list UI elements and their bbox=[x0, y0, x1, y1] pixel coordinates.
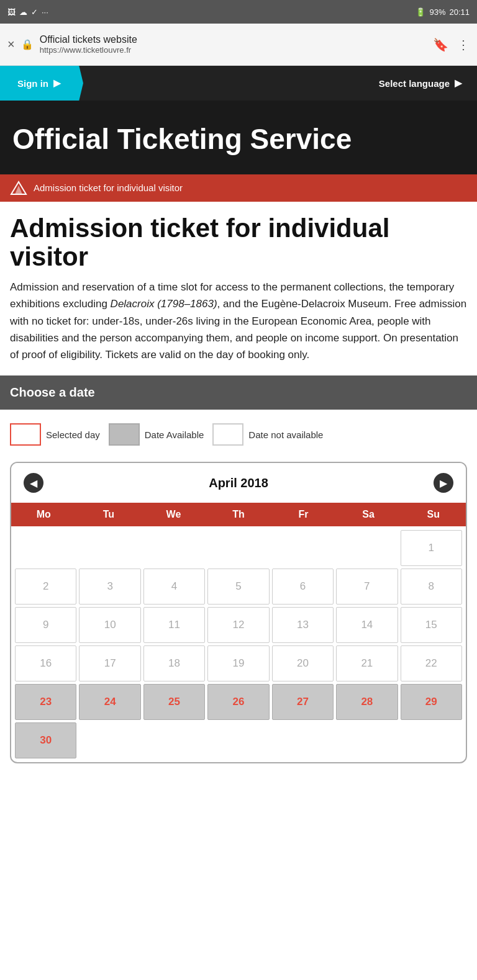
calendar-empty-cell bbox=[79, 530, 140, 566]
browser-close-button[interactable]: × bbox=[7, 37, 15, 52]
status-left-icons: 🖼 ☁ ✓ ··· bbox=[7, 7, 48, 17]
day-header-we: We bbox=[141, 503, 206, 526]
breadcrumb-bar: Admission ticket for individual visitor bbox=[0, 174, 477, 202]
calendar-empty-cell bbox=[79, 722, 140, 758]
legend-unavailable-box bbox=[212, 423, 243, 446]
select-language-button[interactable]: Select language ▶ bbox=[369, 66, 477, 101]
pyramid-icon bbox=[10, 181, 27, 196]
legend: Selected day Date Available Date not ava… bbox=[0, 410, 477, 452]
legend-available: Date Available bbox=[109, 423, 204, 446]
calendar-header: ◀ April 2018 ▶ bbox=[11, 463, 466, 503]
calendar-day-16[interactable]: 16 bbox=[15, 645, 76, 681]
calendar-day-23[interactable]: 23 bbox=[15, 684, 76, 720]
calendar-day-27[interactable]: 27 bbox=[272, 684, 334, 720]
calendar-empty-cell bbox=[207, 530, 269, 566]
calendar-day-24[interactable]: 24 bbox=[79, 684, 140, 720]
sign-in-button[interactable]: Sign in ▶ bbox=[0, 66, 83, 101]
calendar-prev-button[interactable]: ◀ bbox=[24, 473, 43, 493]
calendar-day-29[interactable]: 29 bbox=[401, 684, 462, 720]
check-icon: ✓ bbox=[31, 7, 38, 17]
breadcrumb-text: Admission ticket for individual visitor bbox=[34, 182, 183, 193]
lock-icon: 🔒 bbox=[21, 38, 34, 50]
legend-unavailable-label: Date not available bbox=[248, 429, 323, 440]
hero-title: Official Ticketing Service bbox=[12, 123, 465, 156]
calendar-days-header: Mo Tu We Th Fr Sa Su bbox=[11, 503, 466, 526]
calendar-day-7[interactable]: 7 bbox=[336, 569, 398, 605]
day-header-su: Su bbox=[401, 503, 466, 526]
calendar-day-5[interactable]: 5 bbox=[207, 569, 269, 605]
choose-date-bar: Choose a date bbox=[0, 375, 477, 410]
battery-icon: 🔋 bbox=[416, 7, 425, 17]
calendar-day-25[interactable]: 25 bbox=[143, 684, 205, 720]
calendar-day-21[interactable]: 21 bbox=[336, 645, 398, 681]
sign-in-label: Sign in bbox=[17, 78, 48, 89]
sign-in-arrow: ▶ bbox=[53, 78, 61, 89]
battery-percent: 93% bbox=[429, 7, 445, 17]
calendar-empty-cell bbox=[272, 722, 334, 758]
page-title: Admission ticket for individual visitor bbox=[0, 202, 477, 279]
calendar-day-30[interactable]: 30 bbox=[15, 722, 76, 758]
time-display: 20:11 bbox=[449, 7, 470, 17]
calendar-day-13[interactable]: 13 bbox=[272, 607, 334, 643]
browser-bar: × 🔒 Official tickets website https://www… bbox=[0, 24, 477, 66]
calendar-next-button[interactable]: ▶ bbox=[434, 473, 453, 493]
calendar-day-8[interactable]: 8 bbox=[401, 569, 462, 605]
calendar-day-18[interactable]: 18 bbox=[143, 645, 205, 681]
calendar-empty-cell bbox=[336, 722, 398, 758]
calendar-day-3[interactable]: 3 bbox=[79, 569, 140, 605]
calendar-day-1[interactable]: 1 bbox=[401, 530, 462, 566]
page-description: Admission and reservation of a time slot… bbox=[0, 279, 477, 375]
browser-page-title: Official tickets website bbox=[40, 34, 427, 45]
status-bar: 🖼 ☁ ✓ ··· 🔋 93% 20:11 bbox=[0, 0, 477, 24]
calendar-empty-cell bbox=[401, 722, 462, 758]
language-arrow: ▶ bbox=[455, 78, 462, 89]
browser-url: https://www.ticketlouvre.fr bbox=[40, 45, 427, 55]
more-icon: ··· bbox=[42, 7, 48, 17]
cloud-icon: ☁ bbox=[19, 7, 27, 17]
calendar-grid: 1234567891011121314151617181920212223242… bbox=[11, 526, 466, 762]
calendar-empty-cell bbox=[336, 530, 398, 566]
calendar-day-10[interactable]: 10 bbox=[79, 607, 140, 643]
day-header-th: Th bbox=[206, 503, 271, 526]
site-nav: Sign in ▶ Select language ▶ bbox=[0, 66, 477, 101]
menu-icon[interactable]: ⋮ bbox=[457, 37, 470, 52]
calendar-empty-cell bbox=[207, 722, 269, 758]
calendar-empty-cell bbox=[272, 530, 334, 566]
day-header-sa: Sa bbox=[336, 503, 401, 526]
calendar-empty-cell bbox=[143, 530, 205, 566]
hero-section: Official Ticketing Service bbox=[0, 101, 477, 174]
legend-unavailable: Date not available bbox=[212, 423, 323, 446]
calendar-day-19[interactable]: 19 bbox=[207, 645, 269, 681]
calendar-day-2[interactable]: 2 bbox=[15, 569, 76, 605]
day-header-mo: Mo bbox=[11, 503, 76, 526]
legend-available-label: Date Available bbox=[145, 429, 204, 440]
calendar-day-15[interactable]: 15 bbox=[401, 607, 462, 643]
calendar-empty-cell bbox=[143, 722, 205, 758]
bookmark-icon[interactable]: 🔖 bbox=[433, 37, 448, 52]
calendar-day-26[interactable]: 26 bbox=[207, 684, 269, 720]
image-icon: 🖼 bbox=[7, 7, 16, 17]
legend-selected: Selected day bbox=[10, 423, 100, 446]
browser-action-icons: 🔖 ⋮ bbox=[433, 37, 470, 52]
calendar-day-22[interactable]: 22 bbox=[401, 645, 462, 681]
calendar-day-6[interactable]: 6 bbox=[272, 569, 334, 605]
calendar-day-28[interactable]: 28 bbox=[336, 684, 398, 720]
day-header-tu: Tu bbox=[76, 503, 142, 526]
calendar-day-20[interactable]: 20 bbox=[272, 645, 334, 681]
legend-selected-box bbox=[10, 423, 41, 446]
url-block: Official tickets website https://www.tic… bbox=[40, 34, 427, 55]
legend-available-box bbox=[109, 423, 140, 446]
calendar-day-14[interactable]: 14 bbox=[336, 607, 398, 643]
calendar-month-year: April 2018 bbox=[209, 476, 268, 490]
day-header-fr: Fr bbox=[271, 503, 336, 526]
calendar-day-9[interactable]: 9 bbox=[15, 607, 76, 643]
calendar-day-17[interactable]: 17 bbox=[79, 645, 140, 681]
calendar-day-12[interactable]: 12 bbox=[207, 607, 269, 643]
status-right-icons: 🔋 93% 20:11 bbox=[416, 7, 470, 17]
calendar-day-4[interactable]: 4 bbox=[143, 569, 205, 605]
legend-selected-label: Selected day bbox=[46, 429, 100, 440]
select-language-label: Select language bbox=[379, 78, 450, 89]
calendar-empty-cell bbox=[15, 530, 76, 566]
calendar-day-11[interactable]: 11 bbox=[143, 607, 205, 643]
choose-date-label: Choose a date bbox=[10, 385, 95, 399]
